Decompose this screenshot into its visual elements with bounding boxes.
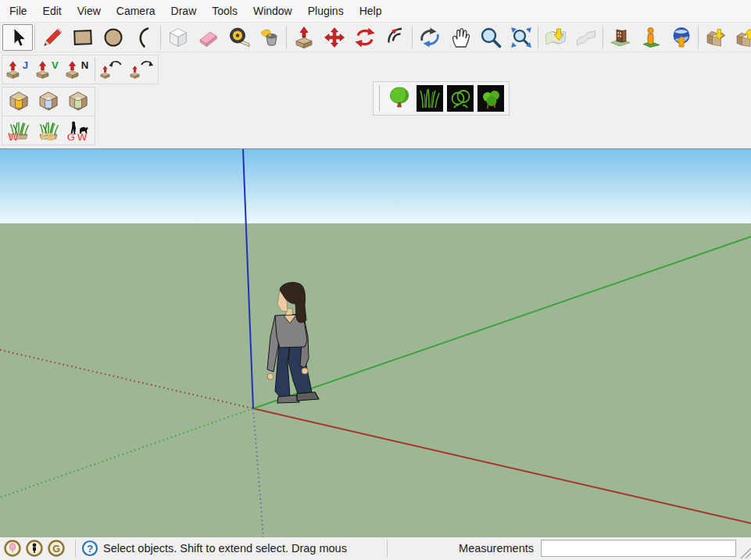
vector-push-pull-button[interactable]: V <box>34 56 63 83</box>
move-tool-button[interactable] <box>319 24 349 51</box>
arc-tool-button[interactable] <box>128 24 159 51</box>
make-component-button[interactable] <box>163 24 193 51</box>
getting-started-toolbar <box>0 23 751 52</box>
bend-right-icon <box>129 58 154 81</box>
sharp-corner-button[interactable] <box>34 88 63 115</box>
window-resize-grip[interactable] <box>738 538 751 558</box>
shrubs-paint-button[interactable] <box>475 84 506 113</box>
grass-paint-button[interactable] <box>414 84 445 113</box>
offset-tool-button[interactable] <box>380 24 410 51</box>
menu-plugins[interactable]: Plugins <box>300 1 352 21</box>
bevel-button[interactable] <box>63 88 93 115</box>
round-corner-button[interactable] <box>4 88 34 115</box>
person-hand <box>302 368 308 374</box>
shrubs-icon <box>477 85 504 112</box>
zoom-extents-button[interactable] <box>506 24 536 51</box>
grass-fb-button[interactable]: FB <box>34 117 63 144</box>
rectangle-icon <box>71 26 95 49</box>
menu-draw[interactable]: Draw <box>163 1 205 21</box>
toolbar-drag-grip[interactable] <box>377 85 380 112</box>
round-bend-right-button[interactable] <box>127 56 156 83</box>
svg-text:G: G <box>52 544 60 555</box>
menu-view[interactable]: View <box>70 1 109 21</box>
round-bend-left-button[interactable] <box>97 56 127 83</box>
tape-measure-button[interactable] <box>224 24 254 51</box>
help-icon[interactable]: ? <box>81 540 98 557</box>
person-shoe <box>277 395 299 403</box>
arc-icon <box>132 26 156 49</box>
pan-tool-button[interactable] <box>445 24 475 51</box>
terrain-icon <box>574 26 598 49</box>
toolbar-separator <box>698 26 699 49</box>
rectangle-tool-button[interactable] <box>67 24 98 51</box>
rotate-arrows-icon <box>353 26 377 49</box>
position-camera-button[interactable] <box>635 24 666 51</box>
credits-status-icon[interactable]: G <box>48 540 65 557</box>
svg-text:J: J <box>23 59 28 71</box>
geolocation-status-icon[interactable] <box>4 540 21 557</box>
svg-text:FB: FB <box>41 131 54 142</box>
menu-file[interactable]: File <box>2 1 35 21</box>
grass-fb-icon: FB <box>36 119 61 142</box>
toolbar-separator <box>34 26 35 49</box>
normal-push-pull-button[interactable]: N <box>63 56 93 83</box>
model-viewport[interactable] <box>0 148 751 537</box>
statusbar-separator <box>387 540 388 557</box>
toolbar-separator <box>603 26 603 49</box>
pan-hand-icon <box>449 26 472 49</box>
preview-google-earth-button[interactable] <box>666 24 696 51</box>
menu-window[interactable]: Window <box>245 1 300 21</box>
statusbar-separator <box>75 540 76 557</box>
select-tool-button[interactable] <box>2 24 33 51</box>
gw-tool-button[interactable]: GW <box>63 117 93 144</box>
paint-bucket-button[interactable] <box>254 24 284 51</box>
claim-status-icon[interactable] <box>26 540 43 557</box>
eraser-tool-button[interactable] <box>193 24 224 51</box>
grass-icon <box>417 85 443 112</box>
tree-button[interactable] <box>384 84 414 113</box>
circle-tool-button[interactable] <box>98 24 128 51</box>
photo-textures-button[interactable] <box>605 24 635 51</box>
grass-w-button[interactable]: W <box>4 117 34 144</box>
sky <box>0 149 751 223</box>
share-model-button[interactable] <box>731 24 751 51</box>
grass-w-icon: W <box>6 119 31 142</box>
joint-push-pull-button[interactable]: J <box>4 56 34 83</box>
select-arrow-icon <box>6 26 30 49</box>
menu-bar: File Edit View Camera Draw Tools Window … <box>0 0 751 23</box>
add-location-button[interactable] <box>540 24 570 51</box>
warehouse-download-icon <box>704 26 728 49</box>
paint-bucket-icon <box>258 26 281 49</box>
magnifier-icon <box>479 26 502 49</box>
get-models-button[interactable] <box>700 24 731 51</box>
vector-push-pull-icon: V <box>36 58 61 81</box>
menu-help[interactable]: Help <box>352 1 390 21</box>
toolbar-separator <box>286 26 287 49</box>
measurements-input[interactable] <box>541 540 736 557</box>
map-download-icon <box>544 26 567 49</box>
measurements-label: Measurements <box>459 542 534 555</box>
offset-icon <box>384 26 407 49</box>
toolbar-dock: J V N <box>0 23 751 148</box>
plugin-toolbar: W FB <box>0 113 751 142</box>
measurements-group: Measurements <box>459 538 751 558</box>
joint-push-pull-icon: J <box>6 58 31 81</box>
push-pull-button[interactable] <box>288 24 319 51</box>
menu-edit[interactable]: Edit <box>35 1 70 21</box>
normal-push-pull-icon: N <box>66 58 91 81</box>
svg-text:N: N <box>81 59 89 71</box>
line-tool-button[interactable] <box>37 24 67 51</box>
zoom-extents-icon <box>510 26 533 49</box>
toggle-terrain-button[interactable] <box>570 24 601 51</box>
vegetation-toolbar <box>373 81 510 116</box>
menu-camera[interactable]: Camera <box>109 1 163 21</box>
orbit-tool-button[interactable] <box>414 24 445 51</box>
menu-tools[interactable]: Tools <box>204 1 245 21</box>
sharp-corner-cube-icon <box>36 90 61 113</box>
round-corner-cube-icon <box>6 90 31 113</box>
zoom-tool-button[interactable] <box>475 24 506 51</box>
vines-paint-button[interactable] <box>445 84 475 113</box>
svg-text:?: ? <box>87 543 93 555</box>
rotate-tool-button[interactable] <box>349 24 380 51</box>
vines-icon <box>447 85 474 112</box>
